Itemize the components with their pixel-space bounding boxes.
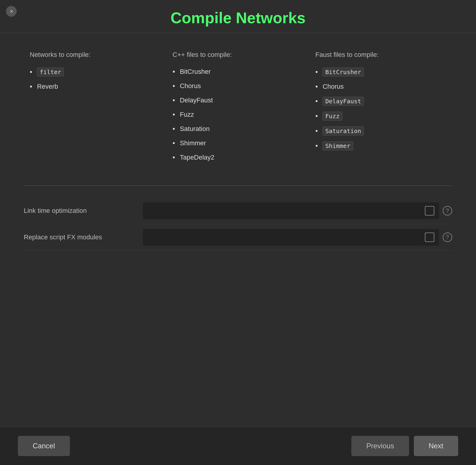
faust-column: Faust files to compile: BitCrusher Choru… — [309, 51, 452, 168]
link-time-optimization-row: Link time optimization ? — [24, 198, 452, 224]
footer-left: Cancel — [18, 436, 70, 456]
dialog-content: Networks to compile: filter Reverb C++ f… — [0, 33, 476, 427]
link-time-optimization-label: Link time optimization — [24, 207, 143, 215]
options-section: Link time optimization ? Replace script … — [24, 198, 452, 251]
faust-item-bitcrusher: BitCrusher — [322, 68, 364, 77]
list-item: Shimmer — [315, 141, 446, 150]
cpp-item-saturation: Saturation — [180, 125, 209, 133]
section-divider — [24, 185, 452, 186]
cpp-item-tapedelay2: TapeDelay2 — [180, 154, 214, 161]
network-item-filter: filter — [37, 68, 64, 77]
list-item: TapeDelay2 — [173, 153, 303, 162]
faust-item-chorus: Chorus — [322, 83, 344, 90]
list-item: Fuzz — [315, 112, 446, 121]
close-icon: ✕ — [10, 9, 13, 14]
cpp-item-chorus: Chorus — [180, 82, 201, 90]
faust-item-saturation: Saturation — [322, 127, 364, 135]
replace-script-fx-control — [143, 229, 439, 246]
faust-column-header: Faust files to compile: — [315, 51, 446, 59]
faust-item-delayfaust: DelayFaust — [322, 97, 364, 106]
footer-right: Previous Next — [351, 436, 458, 456]
close-button[interactable]: ✕ — [6, 6, 17, 17]
list-item: Saturation — [315, 127, 446, 135]
list-item: Chorus — [173, 82, 303, 90]
list-item: Shimmer — [173, 139, 303, 147]
columns-section: Networks to compile: filter Reverb C++ f… — [24, 51, 452, 168]
dialog-footer: Cancel Previous Next — [0, 427, 476, 465]
dialog-header: ✕ Compile Networks — [0, 0, 476, 33]
faust-item-shimmer: Shimmer — [322, 141, 353, 150]
faust-list: BitCrusher Chorus DelayFaust Fuzz Satura… — [315, 68, 446, 150]
list-item: BitCrusher — [315, 68, 446, 77]
networks-column: Networks to compile: filter Reverb — [24, 51, 167, 168]
previous-button[interactable]: Previous — [351, 436, 409, 456]
list-item: Chorus — [315, 82, 446, 91]
link-time-optimization-control — [143, 202, 439, 219]
compile-networks-dialog: ✕ Compile Networks Networks to compile: … — [0, 0, 476, 465]
replace-script-fx-checkbox[interactable] — [425, 232, 434, 242]
next-button[interactable]: Next — [414, 436, 458, 456]
dialog-title: Compile Networks — [170, 9, 306, 27]
cancel-button[interactable]: Cancel — [18, 436, 70, 456]
cpp-item-bitcrusher: BitCrusher — [180, 68, 211, 76]
networks-list: filter Reverb — [30, 68, 161, 91]
faust-item-fuzz: Fuzz — [322, 112, 342, 121]
list-item: Fuzz — [173, 110, 303, 119]
replace-script-fx-help-icon[interactable]: ? — [443, 232, 452, 242]
list-item: BitCrusher — [173, 68, 303, 76]
list-item: Reverb — [30, 82, 161, 91]
cpp-column-header: C++ files to compile: — [173, 51, 303, 59]
list-item: filter — [30, 68, 161, 77]
networks-column-header: Networks to compile: — [30, 51, 161, 59]
cpp-list: BitCrusher Chorus DelayFaust Fuzz Satura… — [173, 68, 303, 162]
link-time-optimization-help-icon[interactable]: ? — [443, 206, 452, 216]
replace-script-fx-row: Replace script FX modules ? — [24, 224, 452, 251]
list-item: Saturation — [173, 125, 303, 133]
list-item: DelayFaust — [315, 97, 446, 106]
cpp-item-fuzz: Fuzz — [180, 111, 194, 118]
list-item: DelayFaust — [173, 96, 303, 104]
replace-script-fx-label: Replace script FX modules — [24, 233, 143, 241]
cpp-item-delayfaust: DelayFaust — [180, 96, 213, 104]
network-item-reverb: Reverb — [37, 83, 58, 90]
cpp-column: C++ files to compile: BitCrusher Chorus … — [167, 51, 309, 168]
cpp-item-shimmer: Shimmer — [180, 139, 206, 147]
link-time-optimization-checkbox[interactable] — [425, 206, 434, 216]
